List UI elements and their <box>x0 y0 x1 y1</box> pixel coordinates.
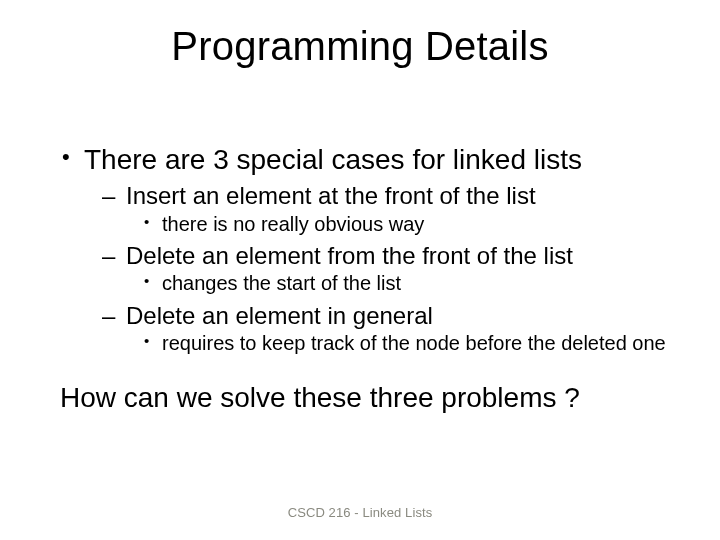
bullet-level3: there is no really obvious way <box>142 213 672 237</box>
bullet-level3: changes the start of the list <box>142 272 672 296</box>
bullet-level2: Delete an element in general <box>100 302 672 330</box>
slide-footer: CSCD 216 - Linked Lists <box>0 505 720 520</box>
bullet-level3: requires to keep track of the node befor… <box>142 332 672 356</box>
closing-question: How can we solve these three problems ? <box>60 382 672 414</box>
bullet-level2: Insert an element at the front of the li… <box>100 182 672 210</box>
bullet-level2: Delete an element from the front of the … <box>100 242 672 270</box>
slide-title: Programming Details <box>0 0 720 69</box>
slide-body: There are 3 special cases for linked lis… <box>60 144 672 414</box>
slide: Programming Details There are 3 special … <box>0 0 720 540</box>
bullet-level1: There are 3 special cases for linked lis… <box>60 144 672 176</box>
